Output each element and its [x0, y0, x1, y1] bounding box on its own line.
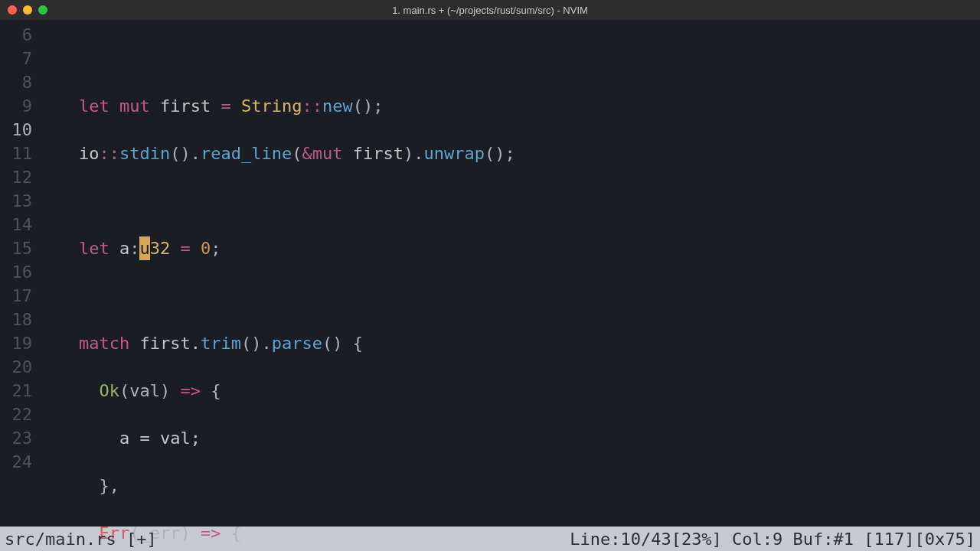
line-number: 15 — [0, 236, 32, 260]
line-number: 6 — [0, 23, 32, 47]
window-title: 1. main.rs + (~/projects/rust/sum/src) -… — [0, 5, 980, 16]
line-number: 12 — [0, 165, 32, 189]
line-number: 7 — [0, 47, 32, 70]
code-line[interactable] — [38, 284, 980, 308]
line-number: 24 — [0, 450, 32, 474]
code-line[interactable]: match first.trim().parse() { — [38, 331, 980, 355]
line-number: 18 — [0, 308, 32, 331]
line-number: 22 — [0, 403, 32, 426]
line-number: 11 — [0, 142, 32, 165]
line-number: 8 — [0, 70, 32, 94]
code-line[interactable] — [38, 47, 980, 70]
line-number: 16 — [0, 260, 32, 284]
code-content[interactable]: let mut first = String::new(); io::stdin… — [38, 23, 980, 527]
line-number: 19 — [0, 331, 32, 355]
line-number: 13 — [0, 189, 32, 213]
status-filename: src/main.rs [+] — [5, 530, 157, 549]
line-number: 10 — [0, 118, 32, 142]
line-number-gutter: 6789101112131415161718192021222324 — [0, 23, 38, 527]
editor-area[interactable]: 6789101112131415161718192021222324 let m… — [0, 20, 980, 527]
cursor: u — [139, 236, 149, 260]
window-titlebar: 1. main.rs + (~/projects/rust/sum/src) -… — [0, 0, 980, 20]
code-line[interactable]: io::stdin().read_line(&mut first).unwrap… — [38, 142, 980, 165]
line-number: 23 — [0, 426, 32, 450]
code-line[interactable] — [38, 189, 980, 213]
line-number: 14 — [0, 213, 32, 236]
line-number: 20 — [0, 355, 32, 379]
code-line[interactable]: let mut first = String::new(); — [38, 94, 980, 118]
code-line[interactable]: }, — [38, 474, 980, 497]
line-number: 9 — [0, 94, 32, 118]
status-position: Line:10/43[23%] Col:9 Buf:#1 [117][0x75] — [570, 530, 975, 549]
code-line[interactable]: a = val; — [38, 426, 980, 450]
line-number: 21 — [0, 379, 32, 403]
code-line[interactable]: Ok(val) => { — [38, 379, 980, 403]
code-line-current[interactable]: let a:u32 = 0; — [38, 236, 980, 260]
line-number: 17 — [0, 284, 32, 308]
